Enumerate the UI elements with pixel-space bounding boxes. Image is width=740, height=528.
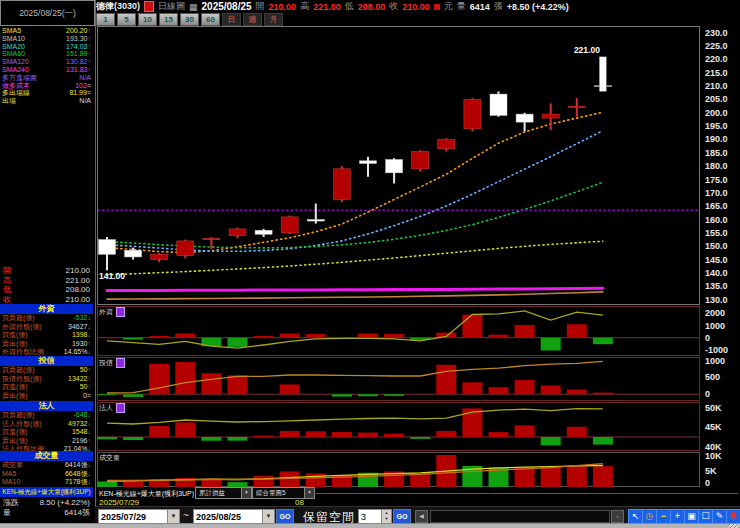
- stock-flag-icon: [144, 1, 154, 12]
- main-price-chart[interactable]: 141.00221.00: [97, 26, 700, 305]
- sidebar-row: 買進(張)50↑: [0, 383, 93, 392]
- section-header: 成交量: [0, 451, 93, 461]
- panel-tick: 1000: [705, 356, 725, 366]
- timeframe-button-30[interactable]: 30: [180, 13, 199, 26]
- chevron-down-icon[interactable]: ▼: [167, 510, 179, 523]
- sidebar-row: 買進(張)1548↓: [0, 428, 93, 437]
- stock-chart-app: 德律(3030) 日線圖 ▦ 2025/08/25 開 210.00 高 221…: [0, 0, 740, 528]
- panel-tick: 1000: [705, 321, 725, 331]
- indicator-tag-icon[interactable]: [116, 307, 125, 317]
- section-header: 外資: [0, 304, 93, 314]
- low-value: 208.00: [358, 2, 386, 12]
- price-tick: 135.0: [705, 281, 728, 291]
- sidebar-row: 開210.00: [0, 266, 93, 276]
- sidebar-row: SMA240131.83↑: [0, 66, 93, 74]
- price-tick: 130.0: [705, 295, 728, 305]
- window-bottom-edge: [0, 523, 740, 528]
- chevron-down-icon[interactable]: ▼: [262, 510, 274, 523]
- volume-value: 6414: [470, 2, 490, 12]
- timeframe-button-週[interactable]: 週: [243, 13, 262, 26]
- price-tick: 155.0: [705, 228, 728, 238]
- change-value: +8.50 (+4.22%): [507, 2, 569, 12]
- sidebar-row: 低208.00: [0, 285, 93, 295]
- panel-tick: 0: [705, 333, 710, 343]
- panel-tick: 50K: [705, 403, 722, 413]
- timeframe-button-15[interactable]: 15: [159, 13, 178, 26]
- section-header: 投信: [0, 356, 93, 366]
- sidebar-row: 賣出(張)0=: [0, 392, 93, 401]
- svg-text:221.00: 221.00: [574, 45, 600, 55]
- sidebar-row: SMA5200.20↑: [0, 27, 93, 35]
- price-tick: 205.0: [705, 94, 728, 104]
- sidebar-section-法人: 法人買賣超(張)-648↓法人持股(張)49732↓買進(張)1548↓賣出(張…: [0, 401, 93, 454]
- top-info-bar: 德律(3030) 日線圖 ▦ 2025/08/25 開 210.00 高 221…: [96, 0, 740, 13]
- panel-tick: 2000: [705, 308, 725, 318]
- horizontal-scrollbar[interactable]: [430, 510, 610, 523]
- sidebar-row: 成交量6414張↓: [0, 461, 93, 470]
- open-label: 開: [256, 0, 265, 13]
- indicator-tag-icon[interactable]: [116, 358, 125, 368]
- left-sidebar: 2025/08/25(一) SMA5200.20↑SMA10193.30↑SMA…: [0, 0, 96, 524]
- subpanel-成交量[interactable]: 成交量: [97, 452, 700, 487]
- price-tick: 140.0: [705, 268, 728, 278]
- stock-title[interactable]: 德律(3030): [96, 0, 140, 13]
- subpanel-label-投信: 投信: [99, 358, 125, 368]
- go-button-2[interactable]: GO: [393, 509, 411, 524]
- price-tick: 195.0: [705, 121, 728, 131]
- timeframe-button-月[interactable]: 月: [264, 13, 283, 26]
- date-from-combobox[interactable]: 2025/07/29▼: [98, 509, 180, 524]
- sidebar-row: 買賣超(張)50↑: [0, 366, 93, 375]
- price-tick: 200.0: [705, 108, 728, 118]
- subpanel-法人[interactable]: 法人: [97, 402, 700, 451]
- sidebar-date-header: 2025/08/25(一): [0, 0, 95, 26]
- scroll-left-button[interactable]: ◀: [415, 510, 428, 523]
- price-tick: 180.0: [705, 161, 728, 171]
- unit-label: 元: [444, 0, 453, 13]
- section-header: 法人: [0, 401, 93, 411]
- sidebar-row: 買進(張)1398↓: [0, 331, 93, 340]
- sidebar-row: 出場N/A: [0, 97, 93, 105]
- stat-row: 漲跌8.50 (+4.22%): [0, 498, 93, 508]
- timeframe-button-日[interactable]: 日: [222, 13, 241, 26]
- sidebar-row: MA56648張↓: [0, 470, 93, 479]
- grid-icon[interactable]: ▦: [189, 2, 198, 12]
- panel-tick: 500: [705, 372, 720, 382]
- sma-value-list: SMA5200.20↑SMA10193.30↑SMA20174.03↑SMA60…: [0, 27, 93, 105]
- sidebar-row: 外資持股(張)34627↓: [0, 323, 93, 332]
- subpanel-投信[interactable]: 投信: [97, 357, 700, 401]
- timeframe-button-5[interactable]: 5: [117, 13, 136, 26]
- indicator-tag-icon[interactable]: [116, 403, 125, 413]
- price-tick: 220.0: [705, 54, 728, 64]
- timeframe-button-1[interactable]: 1: [96, 13, 115, 26]
- price-tick: 145.0: [705, 255, 728, 265]
- reserve-space-field[interactable]: [359, 510, 381, 523]
- chart-type-label[interactable]: 日線圖: [158, 0, 185, 13]
- panel-tick: -1000: [705, 345, 728, 355]
- go-button[interactable]: GO: [276, 509, 294, 524]
- sidebar-row: 投信持股(張)13422↑: [0, 375, 93, 384]
- date-to-combobox[interactable]: 2025/08/25▼: [193, 509, 275, 524]
- low-label: 低: [345, 0, 354, 13]
- price-tick: 160.0: [705, 215, 728, 225]
- volume-label: 量: [457, 0, 466, 13]
- chevron-down-icon[interactable]: ▼: [304, 488, 314, 498]
- panel-tick: 5K: [705, 466, 717, 476]
- sidebar-row: 高221.00: [0, 276, 93, 286]
- open-value: 210.00: [269, 2, 297, 12]
- svg-text:141.00: 141.00: [99, 271, 125, 281]
- subpanel-外資[interactable]: 外資: [97, 306, 700, 356]
- price-tick: 210.0: [705, 81, 728, 91]
- price-tick: 185.0: [705, 148, 728, 158]
- price-tick: 225.0: [705, 41, 728, 51]
- spinner-up-down-icon[interactable]: ▲▼: [381, 510, 391, 523]
- reserve-space-input[interactable]: ▲▼: [358, 509, 392, 524]
- sidebar-row: 買賣超(張)-648↓: [0, 411, 93, 420]
- panel-tick: 0: [705, 389, 710, 399]
- subpanel-label-法人: 法人: [99, 403, 125, 413]
- resize-grip-icon[interactable]: [729, 524, 739, 528]
- scroll-right-button[interactable]: ›: [611, 510, 624, 523]
- price-axis: 230.0225.0220.0215.0210.0205.0200.0195.0…: [701, 0, 740, 524]
- timeframe-button-60[interactable]: 60: [201, 13, 220, 26]
- timeframe-button-10[interactable]: 10: [138, 13, 157, 26]
- chevron-down-icon[interactable]: ▼: [241, 488, 251, 498]
